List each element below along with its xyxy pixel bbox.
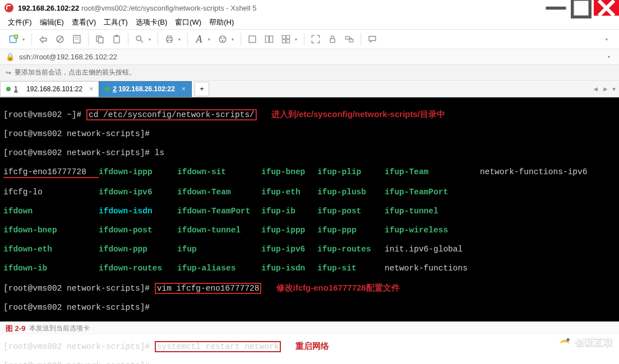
search-icon[interactable]: [132, 31, 147, 47]
svg-rect-32: [287, 40, 290, 43]
window-title: 192.168.26.102:22: [18, 4, 79, 12]
svg-rect-26: [249, 36, 256, 43]
svg-point-23: [220, 38, 222, 39]
new-tab-button[interactable]: +: [195, 82, 209, 96]
dropdown-icon[interactable]: ▾: [608, 54, 613, 59]
menu-view[interactable]: 查看(V): [72, 17, 96, 27]
svg-rect-14: [99, 38, 103, 43]
dropdown-icon[interactable]: ▾: [295, 37, 301, 42]
fullscreen-icon[interactable]: [308, 31, 324, 47]
tab-list-icon[interactable]: ▾: [612, 85, 616, 93]
watermark-text: 创新互联: [575, 337, 613, 348]
address-bar: 🔒 ssh://root@192.168.26.102:22 ▾: [0, 49, 619, 65]
menu-tools[interactable]: 工具(T): [104, 17, 128, 27]
hint-text: 要添加当前会话，点击左侧的箭头按钮。: [15, 68, 136, 77]
layout2-icon[interactable]: [261, 31, 277, 47]
restart-command: systemctl restart network: [155, 341, 281, 352]
annotation-vim: 修改ifcfg-eno16777728配置文件: [276, 283, 400, 292]
transfer-icon[interactable]: [341, 31, 357, 47]
status-text: 本发送到当前选项卡: [29, 324, 90, 333]
watermark: 创新互联: [557, 335, 613, 349]
menu-edit[interactable]: 编辑(E): [40, 17, 64, 27]
status-dot-icon: [105, 87, 109, 91]
toolbar-overflow-icon[interactable]: ▾: [606, 37, 611, 42]
app-logo-icon: [4, 3, 13, 12]
font-icon[interactable]: A: [191, 31, 207, 47]
hint-bar: ↪ 要添加当前会话，点击左侧的箭头按钮。: [0, 65, 619, 81]
dropdown-icon[interactable]: ▾: [232, 37, 237, 42]
menu-window[interactable]: 窗口(W): [175, 17, 201, 27]
lock-icon: 🔒: [6, 53, 15, 61]
svg-point-36: [566, 338, 569, 341]
tab-close-icon[interactable]: ×: [89, 85, 93, 93]
dropdown-icon[interactable]: ▾: [178, 37, 184, 42]
vim-command: vim ifcfg-eno16777728: [155, 283, 262, 294]
layout3-icon[interactable]: [278, 31, 294, 47]
titlebar: 192.168.26.102:22 root@vms002:/etc/sysco…: [0, 0, 619, 16]
window-subtitle: root@vms002:/etc/sysconfig/network-scrip…: [81, 4, 256, 12]
svg-rect-30: [287, 35, 290, 39]
copy-icon[interactable]: [92, 31, 108, 47]
svg-rect-27: [265, 36, 269, 43]
menu-tabs[interactable]: 选项卡(B): [136, 17, 167, 27]
new-session-icon[interactable]: [6, 31, 21, 47]
status-bar: 图 2-9 本发送到当前选项卡: [0, 321, 619, 335]
chat-icon[interactable]: [364, 31, 380, 47]
annotation-cd: 进入到/etc/sysconfig/network-scripts/目录中: [271, 109, 445, 119]
svg-line-9: [58, 37, 62, 41]
terminal[interactable]: [root@vms002 ~]# cd /etc/sysconfig/netwo…: [0, 97, 619, 321]
watermark-logo-icon: [557, 335, 572, 349]
dropdown-icon[interactable]: ▾: [22, 37, 28, 42]
svg-point-17: [136, 36, 141, 40]
svg-rect-16: [116, 35, 118, 37]
menu-help[interactable]: 帮助(H): [209, 17, 234, 27]
lock-icon[interactable]: [325, 31, 340, 47]
annotation-restart: 重启网络: [295, 341, 329, 351]
svg-rect-21: [168, 40, 172, 43]
tab-strip: 1 192.168.26.101:22 × 2 192.168.26.102:2…: [0, 81, 619, 97]
svg-rect-29: [282, 35, 285, 39]
tab-session-2[interactable]: 2 192.168.26.102:22 ×: [99, 81, 192, 97]
cd-command: cd /etc/sysconfig/network-scripts/: [86, 109, 257, 120]
svg-rect-28: [270, 36, 273, 43]
layout1-icon[interactable]: [244, 31, 260, 47]
reconnect-icon[interactable]: [35, 31, 51, 47]
svg-rect-34: [345, 36, 349, 39]
address-url[interactable]: ssh://root@192.168.26.102:22: [19, 53, 117, 61]
svg-point-22: [219, 36, 226, 43]
svg-rect-33: [330, 39, 335, 43]
tab-prev-icon[interactable]: ◄: [592, 85, 599, 93]
svg-rect-15: [114, 36, 119, 43]
properties-icon[interactable]: [69, 31, 85, 47]
ifcfg-file: ifcfg-eno16777728: [3, 167, 99, 178]
disconnect-icon[interactable]: [52, 31, 68, 47]
toolbar: ▾ ▾ ▾ A ▾ ▾ ▾ ▾: [0, 29, 619, 49]
close-button[interactable]: [594, 0, 619, 16]
svg-point-25: [222, 40, 224, 41]
svg-rect-31: [282, 40, 285, 43]
tab-session-1[interactable]: 1 192.168.26.101:22 ×: [0, 81, 99, 97]
dropdown-icon[interactable]: ▾: [208, 37, 214, 42]
svg-rect-1: [572, 0, 590, 17]
dropdown-icon[interactable]: ▾: [149, 37, 154, 42]
tab-nav: ◄ ► ▾: [592, 85, 616, 93]
menu-file[interactable]: 文件(F): [8, 17, 32, 27]
menubar: 文件(F) 编辑(E) 查看(V) 工具(T) 选项卡(B) 窗口(W) 帮助(…: [0, 16, 619, 29]
maximize-button[interactable]: [569, 0, 594, 16]
paste-icon[interactable]: [109, 31, 124, 47]
tab-close-icon[interactable]: ×: [182, 85, 186, 93]
print-icon[interactable]: [161, 31, 177, 47]
color-icon[interactable]: [215, 31, 230, 47]
minimize-button[interactable]: [543, 0, 569, 16]
tab-next-icon[interactable]: ►: [602, 85, 609, 93]
svg-point-24: [223, 38, 225, 39]
arrow-icon[interactable]: ↪: [6, 69, 11, 77]
svg-rect-20: [168, 36, 172, 38]
status-dot-icon: [6, 87, 11, 91]
svg-rect-35: [349, 39, 353, 42]
figure-label: 图 2-9: [6, 324, 25, 334]
svg-line-18: [141, 40, 143, 43]
